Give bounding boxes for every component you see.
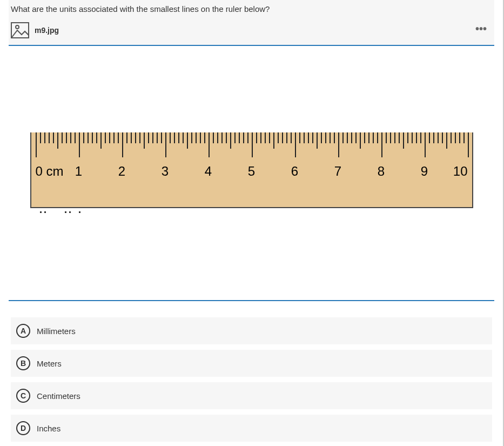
ruler-tick [321,132,322,143]
ruler-label: 5 [248,164,255,179]
ruler-tick [83,132,84,143]
ruler-tick [62,132,63,143]
ruler-tick [213,132,214,143]
ruler: 0 cm12345678910 [30,132,473,208]
ruler-tick [113,132,115,143]
ruler-tick [191,132,192,143]
ruler-tick [239,132,240,143]
ruler-tick [338,132,339,157]
ruler-tick [377,132,378,143]
ruler-tick [217,132,218,143]
question-text: What are the units associated with the s… [11,3,492,18]
ruler-tick [204,132,205,143]
ruler-tick [135,132,136,143]
ruler-tick [109,132,110,143]
ruler-tick [247,132,248,143]
ruler-label: 0 cm [36,164,64,179]
ruler-tick [126,132,127,143]
ruler-tick [291,132,292,143]
ruler-tick [425,132,426,157]
answer-option-d[interactable]: D Inches [11,415,492,442]
ruler-label: 3 [162,164,169,179]
ruler-tick [174,132,175,143]
question-header: What are the units associated with the s… [9,0,494,45]
answer-text: Millimeters [37,327,76,336]
ruler-tick [451,132,452,143]
ruler-tick [256,132,257,143]
ruler-tick [446,132,447,149]
ruler-tick [187,132,188,149]
ruler-tick [390,132,391,143]
ruler-tick [373,132,374,143]
ruler-tick [399,132,400,143]
ruler-tick [226,132,227,143]
svg-point-1 [16,25,19,29]
attachment-row: m9.jpg ••• [11,18,492,43]
ruler-tick [347,132,348,143]
ruler-tick [148,132,149,143]
ruler-tick [364,132,365,143]
ruler-tick [209,132,210,157]
answer-text: Centimeters [37,391,80,401]
answer-option-b[interactable]: B Meters [11,350,492,377]
ruler-tick [234,132,236,143]
ruler-tick [118,132,119,143]
answer-option-c[interactable]: C Centimeters [11,382,492,409]
ruler-tick [221,132,223,143]
ruler-tick [49,132,50,143]
ruler-tick [394,132,395,143]
ruler-tick [269,132,270,143]
ruler-tick [412,132,413,143]
answer-letter: D [16,421,30,435]
ruler-tick [165,132,166,157]
ruler-tick [282,132,283,143]
ruler-tick [355,132,357,143]
ruler-tick [295,132,296,157]
ruler-tick [75,132,76,143]
ruler-tick [468,132,469,157]
ruler-tick [70,132,71,143]
answer-option-a[interactable]: A Millimeters [11,317,492,344]
ruler-label: 8 [378,164,385,179]
more-menu-icon[interactable]: ••• [475,23,487,34]
ruler-tick [325,132,326,143]
answers-divider [9,300,494,301]
ruler-tick [381,132,382,157]
ruler-tick [79,132,80,157]
ruler-tick [334,132,335,143]
ruler-tick [96,132,97,143]
ruler-tick [330,132,331,143]
ruler-labels: 0 cm12345678910 [36,164,468,180]
ruler-tick [131,132,132,143]
ruler-tick [433,132,434,143]
ruler-tick [407,132,408,143]
ruler-tick [442,132,443,143]
ruler-tick [312,132,313,143]
ruler-tick [265,132,266,143]
ruler-tick [178,132,179,143]
ruler-tick [243,132,244,143]
ruler-label: 6 [291,164,298,179]
ruler-tick [36,132,37,157]
ruler-tick [139,132,140,143]
ruler-tick [360,132,361,149]
ruler-tick [44,132,45,143]
ruler-tick [416,132,417,143]
attachment-name: m9.jpg [35,26,59,35]
answer-letter: A [16,324,30,338]
svg-rect-0 [11,23,29,38]
ruler-tick [273,132,274,149]
ruler-wrap: 0 cm12345678910 [30,132,473,214]
ruler-tick [438,132,439,143]
ruler-tick [157,132,158,143]
ruler-tick [351,132,352,143]
ruler-tick [66,132,67,143]
ruler-tick [170,132,171,143]
ruler-tick [342,132,344,143]
answer-letter: B [16,356,30,370]
ruler-tick [105,132,106,143]
question-container: What are the units associated with the s… [0,0,504,446]
ruler-tick [304,132,305,143]
ruler-tick [92,132,93,143]
ruler-tick [308,132,309,143]
